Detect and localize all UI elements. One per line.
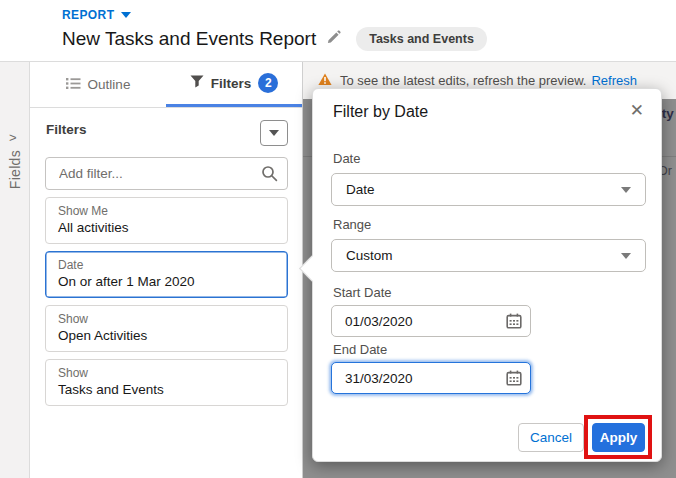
edit-title-pencil-icon[interactable] <box>327 30 341 48</box>
add-filter-input[interactable] <box>45 157 288 190</box>
end-date-label: End Date <box>333 342 387 357</box>
filter-value: On or after 1 Mar 2020 <box>58 274 275 289</box>
filter-label: Show <box>58 312 275 326</box>
date-field-select[interactable]: Date <box>331 173 646 206</box>
expand-chevron-icon: > <box>9 130 17 145</box>
calendar-icon[interactable] <box>506 370 522 386</box>
range-field-select[interactable]: Custom <box>331 239 646 272</box>
filter-label: Date <box>58 258 275 272</box>
chevron-down-icon <box>269 130 279 136</box>
start-date-label: Start Date <box>333 285 392 300</box>
fields-panel-collapsed[interactable]: > Fields <box>0 62 30 478</box>
filter-value: Tasks and Events <box>58 382 275 397</box>
filter-card-date[interactable]: Date On or after 1 Mar 2020 <box>45 251 288 298</box>
apply-button[interactable]: Apply <box>592 423 645 452</box>
tab-filters-label: Filters <box>211 76 252 91</box>
report-menu-caret-icon <box>121 12 131 18</box>
range-field-label: Range <box>333 217 371 232</box>
refresh-link[interactable]: Refresh <box>591 73 637 88</box>
cancel-button[interactable]: Cancel <box>518 423 584 452</box>
filter-label: Show <box>58 366 275 380</box>
chevron-down-icon <box>621 187 631 193</box>
report-header: REPORT New Tasks and Events Report Tasks… <box>0 0 676 62</box>
filter-by-date-dialog: Filter by Date ✕ Date Date Range Custom … <box>312 88 662 462</box>
filter-list: Show Me All activities Date On or after … <box>45 197 288 406</box>
filter-count-badge: 2 <box>258 73 278 93</box>
date-field-value: Date <box>346 182 375 197</box>
range-field-value: Custom <box>346 248 393 263</box>
filter-card-show-me[interactable]: Show Me All activities <box>45 197 288 244</box>
dialog-title: Filter by Date <box>333 103 428 121</box>
warning-icon <box>318 72 332 90</box>
report-menu[interactable]: REPORT <box>62 8 131 22</box>
tab-outline-label: Outline <box>88 77 131 92</box>
filter-value: All activities <box>58 220 275 235</box>
end-date-input[interactable] <box>331 362 531 394</box>
report-builder-window: REPORT New Tasks and Events Report Tasks… <box>0 0 676 478</box>
tab-outline[interactable]: Outline <box>30 62 166 107</box>
filter-label: Show Me <box>58 204 275 218</box>
calendar-icon[interactable] <box>506 313 522 329</box>
chevron-down-icon <box>621 253 631 259</box>
filter-funnel-icon <box>190 75 204 91</box>
outline-list-icon <box>66 77 81 93</box>
warning-text: To see the latest edits, refresh the pre… <box>340 73 586 88</box>
report-type-badge: Tasks and Events <box>356 27 487 51</box>
search-icon <box>261 165 278 186</box>
tab-filters[interactable]: Filters 2 <box>166 62 302 107</box>
start-date-input[interactable] <box>331 305 531 337</box>
filters-menu-button[interactable] <box>260 120 288 146</box>
filter-card-show-open[interactable]: Show Open Activities <box>45 305 288 352</box>
filters-panel: Outline Filters 2 Filters Show Me All <box>30 62 303 478</box>
page-title: New Tasks and Events Report <box>62 28 316 50</box>
close-icon[interactable]: ✕ <box>627 99 647 122</box>
filters-heading: Filters <box>46 122 87 137</box>
report-label: REPORT <box>62 8 114 22</box>
filter-card-show-tasks[interactable]: Show Tasks and Events <box>45 359 288 406</box>
date-field-label: Date <box>333 151 360 166</box>
panel-tabbar: Outline Filters 2 <box>30 62 302 108</box>
fields-rail-label: Fields <box>7 150 23 189</box>
filter-value: Open Activities <box>58 328 275 343</box>
